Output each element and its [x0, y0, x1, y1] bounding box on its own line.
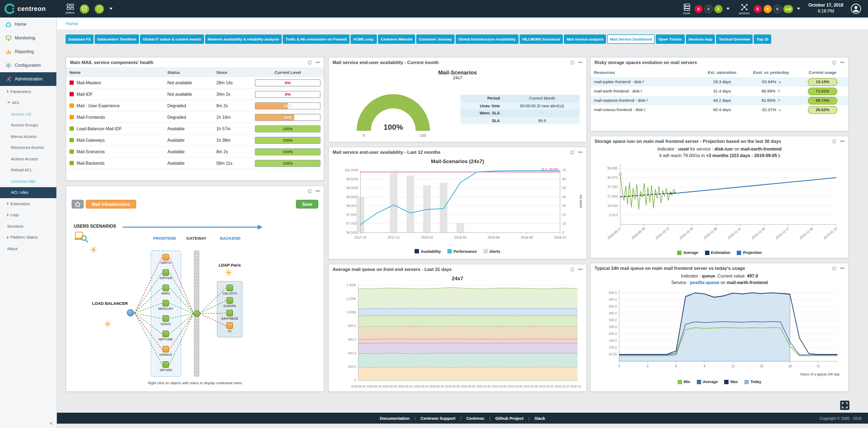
services-chevron-down-icon[interactable]: [797, 8, 800, 10]
tab-open-tickets[interactable]: Open Tickets: [656, 34, 684, 44]
minimize-icon[interactable]: [840, 62, 844, 63]
minimize-icon[interactable]: [840, 268, 844, 269]
refresh-icon[interactable]: [832, 139, 837, 144]
sidebar-subitem-centreon-mbi[interactable]: Centreon MBI: [0, 176, 56, 187]
refresh-icon[interactable]: [832, 60, 837, 65]
tab-global-it-status-current-events[interactable]: Global IT status & current events: [140, 34, 204, 44]
hosts-menu[interactable]: hosts: [683, 3, 690, 15]
sidebar-subitem-logs[interactable]: Logs: [0, 209, 56, 221]
info-label: Warn. SLA: [461, 111, 504, 116]
tab-tactical-overview[interactable]: Tactical Overview: [716, 34, 753, 44]
svg-text:1.400k: 1.400k: [346, 283, 356, 287]
latency-poller-status-icon[interactable]: [95, 4, 104, 13]
refresh-icon[interactable]: [832, 266, 837, 270]
footer-link-centreon[interactable]: Centreon: [466, 416, 484, 421]
server-node-label: SATURN: [149, 368, 182, 372]
minimize-icon[interactable]: [840, 141, 844, 142]
sidebar-subitem-acl-rules[interactable]: ACL rules: [0, 187, 56, 198]
refresh-icon[interactable]: [570, 267, 575, 272]
server-node-ganymede[interactable]: [226, 310, 233, 316]
status-badge-ok[interactable]: 5: [714, 5, 722, 13]
minimize-icon[interactable]: [578, 152, 583, 153]
gateway-node[interactable]: [193, 310, 200, 317]
status-badge-pending[interactable]: 0: [773, 5, 782, 13]
tab-network-availability-reliability-analysis[interactable]: Network availability & reliability analy…: [205, 34, 282, 44]
minimize-icon[interactable]: [578, 62, 583, 63]
server-node-neptune[interactable]: [162, 331, 169, 337]
tab-trafic-nb-connection-on-firewall[interactable]: Trafic & Nb connection on Firewall: [283, 34, 349, 44]
pollers-chevron-down-icon[interactable]: [110, 8, 113, 10]
sidebar-item-reporting[interactable]: Reporting: [0, 45, 56, 59]
footer-link-slack[interactable]: Slack: [534, 416, 545, 421]
server-node-earth[interactable]: [162, 254, 169, 260]
footer-link-github-project[interactable]: Github Project: [495, 416, 523, 421]
footer-link-documentation[interactable]: Documentation: [380, 416, 410, 421]
server-node-saturn[interactable]: [162, 361, 169, 368]
tab-centreon-website[interactable]: Centreon Website: [378, 34, 415, 44]
refresh-icon[interactable]: [307, 189, 312, 194]
sidebar-subitem-platform-status[interactable]: Platform Status: [0, 232, 56, 243]
since-text: 1h 57m: [213, 123, 252, 134]
tab-mail-service-dashboard[interactable]: Mail Service Dashboard: [608, 34, 655, 44]
minimize-icon[interactable]: [316, 191, 320, 192]
status-badge-critical[interactable]: 5: [754, 5, 762, 13]
sidebar-subitem-reload-acl[interactable]: Reload ACL: [0, 165, 56, 176]
tab-hillmore-insurance[interactable]: HILLMORE Insurance: [519, 34, 563, 44]
sidebar-item-configuration[interactable]: Configuration: [0, 59, 56, 72]
status-badge-pending[interactable]: 0: [704, 5, 712, 13]
status-badge-ok[interactable]: 118: [783, 5, 793, 13]
server-node-callisto[interactable]: [226, 285, 233, 291]
tab-global-infrastructure-availability[interactable]: Global Infrastructure Availability: [456, 34, 518, 44]
database-poller-status-icon[interactable]: [80, 4, 89, 13]
sidebar-subitem-access-list[interactable]: Access List: [0, 108, 56, 120]
infrastructure-home-button[interactable]: [72, 200, 84, 208]
minimize-icon[interactable]: [316, 62, 320, 63]
legend-swatch: [737, 250, 741, 255]
server-node-venus[interactable]: [162, 315, 169, 322]
sidebar-subitem-menus-access[interactable]: Menus Access: [0, 131, 56, 142]
pollers-menu[interactable]: pollers: [66, 3, 74, 14]
footer-link-centreon-support[interactable]: Centreon Support: [421, 416, 456, 421]
server-node-mars[interactable]: [162, 285, 169, 291]
services-menu[interactable]: services: [739, 3, 750, 15]
hosts-chevron-down-icon[interactable]: [726, 8, 730, 10]
load-balancer-node[interactable]: [127, 309, 134, 316]
status-badge-warning[interactable]: 4: [764, 5, 772, 13]
tab-mail-service-analysis[interactable]: Mail service analysis: [564, 34, 606, 44]
fullscreen-button[interactable]: [840, 401, 849, 410]
refresh-icon[interactable]: [570, 150, 575, 154]
user-menu-icon[interactable]: [850, 3, 862, 14]
sidebar-subitem-access-groups[interactable]: Access Groups: [0, 120, 56, 131]
tab-datacenters-tem-hum[interactable]: Datacenters Tem/Hum: [95, 34, 139, 44]
sidebar-subitem-resources-access[interactable]: Resources Access: [0, 142, 56, 153]
infrastructure-name-button[interactable]: Mail Infrastructure: [86, 200, 136, 208]
server-node-uranus[interactable]: [162, 346, 169, 352]
save-button[interactable]: Save: [296, 200, 318, 208]
server-node-mercury[interactable]: [162, 300, 169, 307]
sidebar-subitem-parameters[interactable]: Parameters: [0, 86, 56, 97]
breadcrumb[interactable]: Home: [66, 21, 78, 26]
tab-customer-journey[interactable]: Customer Journey: [416, 34, 455, 44]
server-node-europa[interactable]: [226, 297, 233, 304]
server-node-jupiter[interactable]: [162, 269, 169, 276]
tab-services-map[interactable]: Services map: [686, 34, 715, 44]
sidebar-collapse-button[interactable]: «: [50, 420, 53, 426]
tab-top-10[interactable]: Top 10: [754, 34, 771, 44]
sidebar-subitem-acl[interactable]: ACL: [0, 97, 56, 108]
minimize-icon[interactable]: [578, 269, 583, 270]
status-badge-critical[interactable]: 0: [694, 5, 703, 13]
sidebar-subitem-extensions[interactable]: Extensions: [0, 198, 56, 209]
sidebar-subitem-about[interactable]: About: [0, 243, 56, 254]
sidebar-item-administration[interactable]: Administration: [0, 72, 56, 86]
refresh-icon[interactable]: [307, 60, 312, 65]
server-node-io[interactable]: [226, 322, 233, 329]
refresh-icon[interactable]: [570, 60, 575, 65]
tab-database-fs[interactable]: Database FS: [66, 34, 94, 44]
text-segment: Indicator :: [681, 274, 702, 279]
sidebar-item-monitoring[interactable]: Monitoring: [0, 31, 56, 45]
sidebar-item-home[interactable]: Home: [0, 18, 56, 31]
sidebar-subitem-actions-access[interactable]: Actions Access: [0, 153, 56, 165]
sidebar-subitem-sessions[interactable]: Sessions: [0, 221, 56, 232]
tab-acme-corp[interactable]: ACME corp.: [350, 34, 377, 44]
centreon-logo[interactable]: centreon: [0, 3, 57, 14]
